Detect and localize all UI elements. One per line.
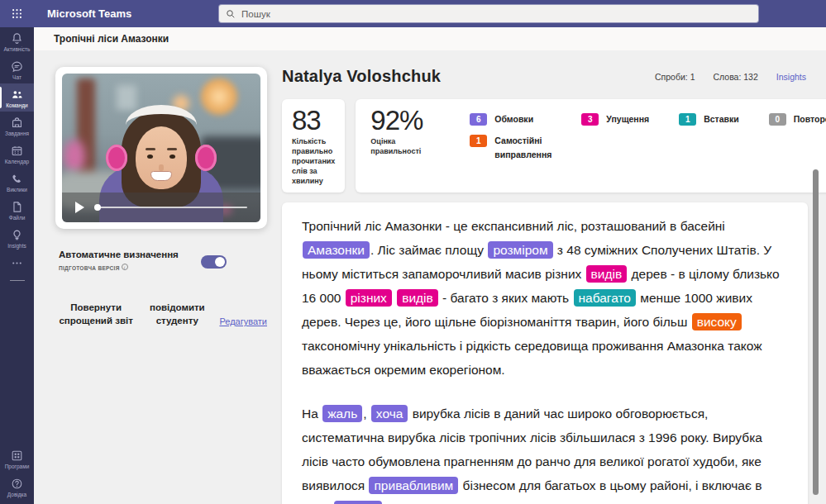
sidebar-divider xyxy=(10,280,25,281)
toggle-knob xyxy=(215,257,225,267)
headphone-earcup xyxy=(195,145,217,171)
sidebar-item-label: Файли xyxy=(9,215,26,221)
sidebar-item-calendar[interactable]: Календар xyxy=(0,140,34,168)
error-badge-label: Повторень xyxy=(794,112,826,126)
teams-icon xyxy=(10,88,24,102)
progress-knob[interactable] xyxy=(94,204,101,211)
reading-passage: Тропічний ліс Амазонки - це експансивний… xyxy=(282,202,808,504)
video-controls xyxy=(62,193,260,222)
insights-link[interactable]: Insights xyxy=(776,72,806,82)
accuracy-card: 92% Оцінка правильності 6Обмовки1Самості… xyxy=(356,99,826,193)
sidebar-item-activity[interactable]: Активність xyxy=(0,27,34,55)
sidebar-item-assignments[interactable]: Завдання xyxy=(0,112,34,140)
sidebar-item-label: Програми xyxy=(5,464,30,469)
chat-icon xyxy=(10,59,24,74)
sidebar-item-label: Insights xyxy=(7,243,26,249)
nose xyxy=(159,164,164,171)
search-box[interactable] xyxy=(219,5,758,22)
highlighted-word-pink[interactable]: видів xyxy=(397,289,438,307)
video-progress-bar[interactable] xyxy=(94,207,247,208)
sidebar-item-label: Довідка xyxy=(7,492,26,497)
notify-student-button[interactable]: повідомити студенту xyxy=(138,301,216,327)
sidebar-item-help[interactable]: Довідка xyxy=(0,473,34,501)
calendar-icon xyxy=(10,144,24,158)
highlighted-word-purple[interactable]: багато xyxy=(334,501,382,504)
assignments-icon xyxy=(10,116,24,130)
badge-column: 1Вставки xyxy=(679,112,739,186)
words-stat: Слова: 132 xyxy=(713,72,757,82)
accuracy-label: Оцінка правильності xyxy=(370,136,438,156)
highlighted-word-purple[interactable]: Амазонки xyxy=(303,241,370,259)
highlighted-word-purple[interactable]: хоча xyxy=(371,405,408,422)
passage-paragraph: На жаль, хоча вирубка лісів в даний час … xyxy=(302,402,788,504)
student-video[interactable] xyxy=(62,74,260,222)
accuracy-stat: 92% Оцінка правильності xyxy=(370,106,438,186)
auto-detect-toggle[interactable] xyxy=(201,255,227,269)
passage-paragraph: Тропічний ліс Амазонки - це експансивний… xyxy=(302,214,788,382)
calls-icon xyxy=(10,172,24,186)
wpm-value: 83 xyxy=(292,106,335,136)
highlighted-word-pink[interactable]: видів xyxy=(586,265,628,283)
student-meta: Спроби: 1 Слова: 132 Insights xyxy=(655,72,806,82)
preview-tag: ПІДГОТОВЧА ВЕРСІЯi xyxy=(59,265,128,271)
sidebar-item-insights[interactable]: Insights xyxy=(0,224,34,252)
sidebar: АктивністьЧатКомандиЗавданняКалендарВикл… xyxy=(0,27,34,504)
help-icon xyxy=(10,477,24,491)
error-badges: 6Обмовки1Самостійні виправлення3Упущення… xyxy=(470,106,826,186)
video-scene-pink-object xyxy=(64,140,85,173)
highlighted-word-pink[interactable]: різних xyxy=(346,289,392,307)
sidebar-item-teams[interactable]: Команди xyxy=(0,83,34,112)
sidebar-item-files[interactable]: Файли xyxy=(0,196,34,224)
error-badge-row: 0Повторень xyxy=(769,112,826,126)
return-report-button[interactable]: Повернути спрощений звіт xyxy=(57,301,135,327)
sidebar-item-calls[interactable]: Виклики xyxy=(0,168,34,196)
left-column: Автоматичне визначення ПІДГОТОВЧА ВЕРСІЯ… xyxy=(55,67,267,504)
highlighted-word-purple[interactable]: жаль xyxy=(322,405,362,422)
ellipsis-icon xyxy=(10,256,24,270)
auto-detect-label: Автоматичне визначення ПІДГОТОВЧА ВЕРСІЯ… xyxy=(59,249,189,274)
info-icon[interactable]: i xyxy=(122,264,128,270)
video-card xyxy=(55,67,267,229)
page-scrollbar[interactable] xyxy=(813,169,819,495)
bell-icon xyxy=(10,31,24,45)
sidebar-item-label: Активність xyxy=(4,46,31,52)
top-bar: Microsoft Teams xyxy=(0,0,826,27)
error-count-badge: 1 xyxy=(470,135,487,147)
accuracy-value: 92% xyxy=(370,106,438,136)
apps-icon xyxy=(10,449,24,463)
sidebar-item-more[interactable] xyxy=(0,252,34,273)
files-icon xyxy=(10,200,24,214)
sidebar-item-label: Виклики xyxy=(7,187,27,193)
error-badge-label: Упущення xyxy=(606,112,649,126)
highlighted-word-purple[interactable]: привабливим xyxy=(369,477,458,494)
highlighted-word-teal[interactable]: набагато xyxy=(574,289,636,307)
sidebar-item-label: Завдання xyxy=(5,131,29,136)
content-area: Тропічні ліси Амазонки xyxy=(34,27,826,504)
badge-column: 6Обмовки1Самостійні виправлення xyxy=(470,112,551,186)
smile xyxy=(150,171,172,181)
sidebar-item-label: Чат xyxy=(12,74,21,80)
sidebar-item-apps[interactable]: Програми xyxy=(0,445,34,473)
auto-detect-label-text: Автоматичне визначення xyxy=(59,250,179,259)
sidebar-item-chat[interactable]: Чат xyxy=(0,55,34,83)
edit-link[interactable]: Редагувати xyxy=(219,316,267,326)
report-actions: Повернути спрощений звіт повідомити студ… xyxy=(55,301,267,327)
error-count-badge: 3 xyxy=(581,113,599,126)
headphone-band xyxy=(126,105,197,145)
highlighted-word-orange[interactable]: високу xyxy=(692,313,742,330)
page-title: Тропічні ліси Амазонки xyxy=(54,33,169,45)
attempts-stat: Спроби: 1 xyxy=(655,72,695,82)
eyebrow xyxy=(146,148,155,150)
search-input[interactable] xyxy=(241,9,752,19)
wpm-label: Кількість правильно прочитаних слів за х… xyxy=(292,136,335,186)
app-launcher-icon[interactable] xyxy=(0,7,34,20)
error-badge-label: Вставки xyxy=(704,112,739,126)
play-icon[interactable] xyxy=(75,202,84,213)
badge-column: 3Упущення xyxy=(581,112,649,186)
error-count-badge: 6 xyxy=(470,113,487,126)
error-count-badge: 1 xyxy=(679,113,696,126)
error-badge-row: 6Обмовки xyxy=(470,112,551,126)
highlighted-word-purple[interactable]: розміром xyxy=(488,241,552,259)
stats-row: 83 Кількість правильно прочитаних слів з… xyxy=(282,99,808,193)
auto-detect-section: Автоматичне визначення ПІДГОТОВЧА ВЕРСІЯ… xyxy=(59,249,267,274)
